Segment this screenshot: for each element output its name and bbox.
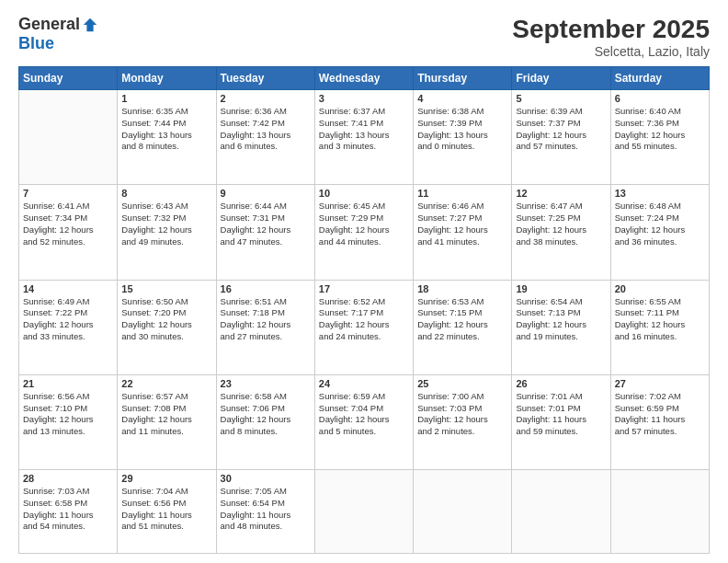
cell-info: Sunrise: 6:54 AM Sunset: 7:13 PM Dayligh… — [516, 296, 606, 343]
cell-info: Sunrise: 7:02 AM Sunset: 6:59 PM Dayligh… — [615, 391, 705, 438]
calendar-cell: 7Sunrise: 6:41 AM Sunset: 7:34 PM Daylig… — [19, 185, 118, 280]
cell-info: Sunrise: 6:37 AM Sunset: 7:41 PM Dayligh… — [319, 106, 409, 153]
calendar-cell: 17Sunrise: 6:52 AM Sunset: 7:17 PM Dayli… — [314, 280, 413, 374]
calendar-day-header: Friday — [512, 67, 610, 90]
cell-info: Sunrise: 6:44 AM Sunset: 7:31 PM Dayligh… — [221, 201, 311, 247]
calendar-cell — [610, 470, 709, 554]
cell-info: Sunrise: 6:40 AM Sunset: 7:36 PM Dayligh… — [615, 106, 705, 153]
calendar-cell: 19Sunrise: 6:54 AM Sunset: 7:13 PM Dayli… — [512, 280, 610, 374]
calendar-week-row: 7Sunrise: 6:41 AM Sunset: 7:34 PM Daylig… — [19, 185, 710, 280]
day-number: 30 — [221, 473, 311, 484]
day-number: 16 — [221, 283, 311, 294]
calendar-day-header: Saturday — [610, 67, 709, 90]
day-number: 21 — [23, 378, 113, 389]
calendar-cell: 9Sunrise: 6:44 AM Sunset: 7:31 PM Daylig… — [216, 185, 314, 280]
calendar-cell — [314, 470, 413, 554]
header: General Blue September 2025 Selcetta, La… — [18, 15, 710, 59]
cell-info: Sunrise: 6:58 AM Sunset: 7:06 PM Dayligh… — [221, 391, 311, 438]
cell-info: Sunrise: 6:46 AM Sunset: 7:27 PM Dayligh… — [417, 201, 507, 247]
day-number: 3 — [319, 93, 409, 104]
day-number: 8 — [121, 188, 211, 199]
calendar-day-header: Tuesday — [216, 67, 314, 90]
calendar-cell: 13Sunrise: 6:48 AM Sunset: 7:24 PM Dayli… — [610, 185, 709, 280]
calendar-week-row: 1Sunrise: 6:35 AM Sunset: 7:44 PM Daylig… — [19, 90, 710, 185]
day-number: 24 — [319, 378, 409, 389]
day-number: 22 — [121, 378, 211, 389]
day-number: 4 — [417, 93, 507, 104]
cell-info: Sunrise: 7:05 AM Sunset: 6:54 PM Dayligh… — [221, 486, 311, 533]
cell-info: Sunrise: 6:59 AM Sunset: 7:04 PM Dayligh… — [319, 391, 409, 438]
calendar-week-row: 21Sunrise: 6:56 AM Sunset: 7:10 PM Dayli… — [19, 374, 710, 469]
cell-info: Sunrise: 7:01 AM Sunset: 7:01 PM Dayligh… — [516, 391, 606, 438]
day-number: 13 — [615, 188, 705, 199]
cell-info: Sunrise: 7:00 AM Sunset: 7:03 PM Dayligh… — [417, 391, 507, 438]
page: General Blue September 2025 Selcetta, La… — [0, 0, 728, 563]
cell-info: Sunrise: 6:57 AM Sunset: 7:08 PM Dayligh… — [121, 391, 211, 438]
logo-icon — [82, 17, 98, 33]
logo: General Blue — [18, 15, 98, 53]
cell-info: Sunrise: 6:45 AM Sunset: 7:29 PM Dayligh… — [319, 201, 409, 247]
day-number: 18 — [417, 283, 507, 294]
day-number: 7 — [23, 188, 113, 199]
day-number: 15 — [121, 283, 211, 294]
calendar-cell: 1Sunrise: 6:35 AM Sunset: 7:44 PM Daylig… — [118, 90, 216, 185]
day-number: 23 — [221, 378, 311, 389]
cell-info: Sunrise: 7:03 AM Sunset: 6:58 PM Dayligh… — [23, 486, 113, 533]
calendar-cell: 15Sunrise: 6:50 AM Sunset: 7:20 PM Dayli… — [118, 280, 216, 374]
day-number: 1 — [121, 93, 211, 104]
title-block: September 2025 Selcetta, Lazio, Italy — [512, 15, 710, 59]
calendar-day-header: Sunday — [19, 67, 118, 90]
calendar-week-row: 14Sunrise: 6:49 AM Sunset: 7:22 PM Dayli… — [19, 280, 710, 374]
day-number: 20 — [615, 283, 705, 294]
day-number: 25 — [417, 378, 507, 389]
calendar-header-row: SundayMondayTuesdayWednesdayThursdayFrid… — [19, 67, 710, 90]
cell-info: Sunrise: 6:55 AM Sunset: 7:11 PM Dayligh… — [615, 296, 705, 343]
calendar-cell: 20Sunrise: 6:55 AM Sunset: 7:11 PM Dayli… — [610, 280, 709, 374]
cell-info: Sunrise: 6:56 AM Sunset: 7:10 PM Dayligh… — [23, 391, 113, 438]
day-number: 5 — [516, 93, 606, 104]
calendar-cell: 21Sunrise: 6:56 AM Sunset: 7:10 PM Dayli… — [19, 374, 118, 469]
cell-info: Sunrise: 6:39 AM Sunset: 7:37 PM Dayligh… — [516, 106, 606, 153]
calendar-cell: 26Sunrise: 7:01 AM Sunset: 7:01 PM Dayli… — [512, 374, 610, 469]
calendar-table: SundayMondayTuesdayWednesdayThursdayFrid… — [18, 66, 710, 554]
calendar-cell — [414, 470, 512, 554]
cell-info: Sunrise: 6:47 AM Sunset: 7:25 PM Dayligh… — [516, 201, 606, 247]
calendar-cell: 23Sunrise: 6:58 AM Sunset: 7:06 PM Dayli… — [216, 374, 314, 469]
calendar-cell: 18Sunrise: 6:53 AM Sunset: 7:15 PM Dayli… — [414, 280, 512, 374]
calendar-cell: 10Sunrise: 6:45 AM Sunset: 7:29 PM Dayli… — [314, 185, 413, 280]
calendar-cell: 16Sunrise: 6:51 AM Sunset: 7:18 PM Dayli… — [216, 280, 314, 374]
day-number: 17 — [319, 283, 409, 294]
calendar-day-header: Thursday — [414, 67, 512, 90]
cell-info: Sunrise: 6:53 AM Sunset: 7:15 PM Dayligh… — [417, 296, 507, 343]
calendar-cell: 12Sunrise: 6:47 AM Sunset: 7:25 PM Dayli… — [512, 185, 610, 280]
day-number: 14 — [23, 283, 113, 294]
calendar-cell: 11Sunrise: 6:46 AM Sunset: 7:27 PM Dayli… — [414, 185, 512, 280]
calendar-day-header: Monday — [118, 67, 216, 90]
cell-info: Sunrise: 6:36 AM Sunset: 7:42 PM Dayligh… — [221, 106, 311, 153]
cell-info: Sunrise: 6:50 AM Sunset: 7:20 PM Dayligh… — [121, 296, 211, 343]
cell-info: Sunrise: 6:38 AM Sunset: 7:39 PM Dayligh… — [417, 106, 507, 153]
calendar-cell: 5Sunrise: 6:39 AM Sunset: 7:37 PM Daylig… — [512, 90, 610, 185]
cell-info: Sunrise: 6:35 AM Sunset: 7:44 PM Dayligh… — [121, 106, 211, 153]
calendar-cell: 4Sunrise: 6:38 AM Sunset: 7:39 PM Daylig… — [414, 90, 512, 185]
calendar-cell: 14Sunrise: 6:49 AM Sunset: 7:22 PM Dayli… — [19, 280, 118, 374]
cell-info: Sunrise: 6:48 AM Sunset: 7:24 PM Dayligh… — [615, 201, 705, 247]
day-number: 6 — [615, 93, 705, 104]
month-title: September 2025 — [512, 15, 710, 44]
calendar-cell: 25Sunrise: 7:00 AM Sunset: 7:03 PM Dayli… — [414, 374, 512, 469]
calendar-day-header: Wednesday — [314, 67, 413, 90]
calendar-cell — [512, 470, 610, 554]
calendar-cell: 28Sunrise: 7:03 AM Sunset: 6:58 PM Dayli… — [19, 470, 118, 554]
day-number: 29 — [121, 473, 211, 484]
calendar-cell: 30Sunrise: 7:05 AM Sunset: 6:54 PM Dayli… — [216, 470, 314, 554]
day-number: 12 — [516, 188, 606, 199]
logo-blue-text: Blue — [18, 34, 54, 53]
day-number: 19 — [516, 283, 606, 294]
calendar-cell: 2Sunrise: 6:36 AM Sunset: 7:42 PM Daylig… — [216, 90, 314, 185]
day-number: 26 — [516, 378, 606, 389]
svg-marker-0 — [84, 17, 97, 30]
day-number: 10 — [319, 188, 409, 199]
location: Selcetta, Lazio, Italy — [512, 44, 710, 59]
calendar-cell — [19, 90, 118, 185]
day-number: 28 — [23, 473, 113, 484]
